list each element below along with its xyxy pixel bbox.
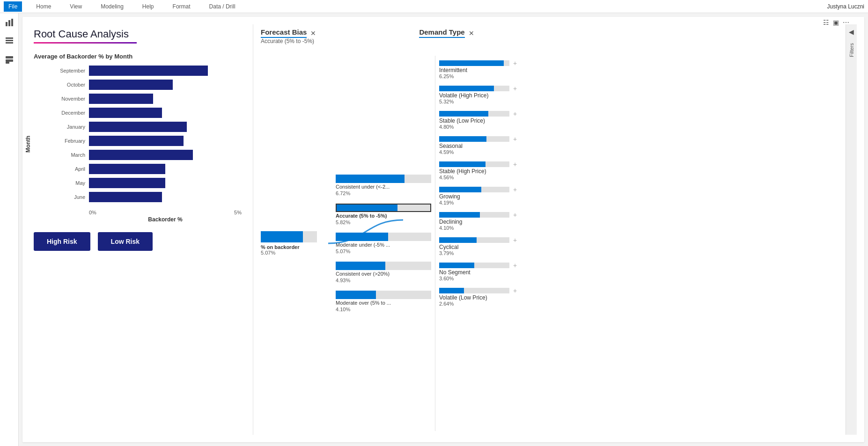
demand-bar-row: +: [439, 135, 553, 143]
demand-add-icon[interactable]: +: [513, 186, 517, 193]
demand-item: + Seasonal 4.59%: [439, 135, 553, 155]
forecast-bar-track: [336, 262, 431, 270]
bar-label: January: [48, 124, 85, 130]
forecast-bar-fill: [336, 291, 376, 299]
tab-file[interactable]: File: [4, 1, 22, 12]
demand-bar-row: +: [439, 85, 553, 92]
right-filters[interactable]: ◀ Filters: [846, 24, 857, 435]
right-panel: + Intermittent 6.25% + Volatile (High Pr…: [435, 56, 557, 431]
demand-bar-row: +: [439, 211, 553, 219]
left-nav: [0, 13, 19, 446]
demand-add-icon[interactable]: +: [513, 59, 517, 67]
tab-data-drill[interactable]: Data / Drill: [205, 1, 240, 12]
more-icon[interactable]: ⋯: [843, 19, 849, 26]
nav-table-icon[interactable]: [4, 36, 15, 47]
demand-type-title: Demand Type: [419, 28, 464, 38]
bar-fill: [89, 164, 165, 174]
demand-bar-track: [439, 212, 509, 218]
section-title: Root Cause Analysis: [34, 28, 242, 40]
demand-bar-row: +: [439, 59, 553, 67]
tab-format[interactable]: Format: [168, 1, 195, 12]
demand-bar-fill: [439, 237, 477, 243]
demand-item: + Declining 4.10%: [439, 211, 553, 231]
forecast-bias-close[interactable]: ✕: [310, 29, 316, 37]
demand-bar-track: [439, 288, 509, 293]
demand-type-close[interactable]: ✕: [469, 29, 474, 37]
nav-bar-chart-icon[interactable]: [4, 17, 15, 28]
x-tick-1: 5%: [234, 210, 242, 215]
demand-item: + Intermittent 6.25%: [439, 59, 553, 79]
demand-bar-row: +: [439, 110, 553, 117]
svg-rect-7: [6, 59, 13, 62]
forecast-bars: Consistent under (<-2... 6.72% Accurate …: [332, 56, 435, 431]
demand-item: + Volatile (High Price) 5.32%: [439, 85, 553, 104]
bar-label: September: [48, 68, 85, 73]
filters-label: Filters: [849, 43, 854, 57]
forecast-bar-item: Moderate under (-5% ... 5.07%: [336, 233, 431, 254]
tab-help[interactable]: Help: [138, 1, 159, 12]
bar-track: [89, 122, 242, 132]
main-layout: ☷ ▣ ⋯ Root Cause Analysis Average of Bac…: [0, 13, 868, 446]
forecast-bar-track: [336, 204, 431, 212]
tab-modeling[interactable]: Modeling: [96, 1, 128, 12]
content-area: ☷ ▣ ⋯ Root Cause Analysis Average of Bac…: [19, 13, 868, 446]
forecast-bar-item: Moderate over (5% to ... 4.10%: [336, 291, 431, 312]
source-section: % on backorder 5.07%: [257, 56, 332, 431]
demand-bar-fill: [439, 60, 504, 66]
demand-add-icon[interactable]: +: [513, 110, 517, 117]
forecast-bar-value: 5.82%: [336, 219, 431, 225]
bar-label: June: [48, 194, 85, 200]
demand-bar-row: +: [439, 262, 553, 269]
demand-bar-track: [439, 237, 509, 243]
source-bar-track: [261, 231, 317, 242]
demand-bar-track: [439, 86, 509, 91]
bar-label: May: [48, 180, 85, 186]
bar-track: [89, 192, 242, 202]
demand-add-icon[interactable]: +: [513, 262, 517, 269]
demand-bar-row: +: [439, 287, 553, 294]
user-name: Justyna Luczni: [827, 3, 864, 10]
demand-value: 4.59%: [439, 149, 553, 155]
demand-add-icon[interactable]: +: [513, 85, 517, 92]
middle-section: Forecast Bias ✕ Accurate (5% to -5%) Dem…: [253, 24, 838, 435]
bar-track: [89, 178, 242, 188]
demand-bar-fill: [439, 288, 464, 293]
demand-label: Intermittent: [439, 67, 553, 73]
demand-add-icon[interactable]: +: [513, 135, 517, 143]
demand-item: + Cyclical 3.79%: [439, 236, 553, 256]
forecast-bar-fill: [337, 205, 397, 211]
low-risk-button[interactable]: Low Risk: [98, 232, 153, 251]
forecast-bar-label: Consistent over (>20%): [336, 271, 431, 277]
bar-row: May: [48, 178, 242, 188]
demand-bar-track: [439, 111, 509, 117]
forecast-bar-label: Moderate under (-5% ...: [336, 242, 431, 248]
sankey-section: % on backorder 5.07% Consistent under (<…: [253, 52, 838, 435]
demand-add-icon[interactable]: +: [513, 236, 517, 244]
forecast-bar-value: 5.07%: [336, 249, 431, 254]
bar-fill: [89, 80, 173, 90]
forecast-bar-label: Accurate (5% to -5%): [336, 213, 431, 219]
tab-view[interactable]: View: [65, 1, 87, 12]
bar-label: October: [48, 82, 85, 88]
demand-label: Volatile (High Price): [439, 92, 553, 99]
bar-row: November: [48, 94, 242, 104]
bar-label: February: [48, 138, 85, 144]
forecast-bar-value: 4.10%: [336, 307, 431, 312]
chevron-right-icon[interactable]: ◀: [849, 28, 854, 36]
bar-track: [89, 108, 242, 118]
tab-home[interactable]: Home: [31, 1, 56, 12]
demand-bar-row: +: [439, 236, 553, 244]
forecast-bias-subtitle: Accurate (5% to -5%): [261, 38, 316, 44]
bar-row: February: [48, 136, 242, 146]
bar-fill: [89, 136, 184, 146]
bar-fill: [89, 150, 193, 160]
high-risk-button[interactable]: High Risk: [34, 232, 90, 251]
bar-row: March: [48, 150, 242, 160]
demand-add-icon[interactable]: +: [513, 211, 517, 219]
demand-add-icon[interactable]: +: [513, 287, 517, 294]
demand-bar-fill: [439, 187, 481, 192]
forecast-bias-title: Forecast Bias: [261, 28, 307, 38]
nav-layers-icon[interactable]: [4, 54, 15, 66]
bar-track: [89, 164, 242, 174]
demand-add-icon[interactable]: +: [513, 161, 517, 168]
